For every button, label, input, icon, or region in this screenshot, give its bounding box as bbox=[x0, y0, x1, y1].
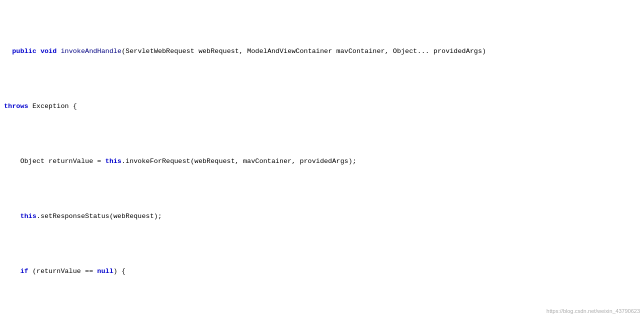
keyword-throws: throws bbox=[4, 102, 28, 110]
code-line-1: public void invokeAndHandle(ServletWebRe… bbox=[0, 46, 644, 57]
method-name: invokeAndHandle bbox=[60, 48, 122, 55]
code-line-5: if (returnValue == null) { bbox=[0, 266, 644, 277]
keyword-void: void bbox=[40, 48, 56, 55]
code-block: public void invokeAndHandle(ServletWebRe… bbox=[0, 0, 644, 319]
code-line-4: this.setResponseStatus(webRequest); bbox=[0, 211, 644, 222]
code-container: public void invokeAndHandle(ServletWebRe… bbox=[0, 0, 644, 319]
code-line-3: Object returnValue = this.invokeForReque… bbox=[0, 156, 644, 167]
watermark: https://blog.csdn.net/weixin_43790623 bbox=[546, 307, 640, 316]
code-line-2: throws Exception { bbox=[0, 101, 644, 112]
keyword-public: public bbox=[12, 48, 36, 55]
